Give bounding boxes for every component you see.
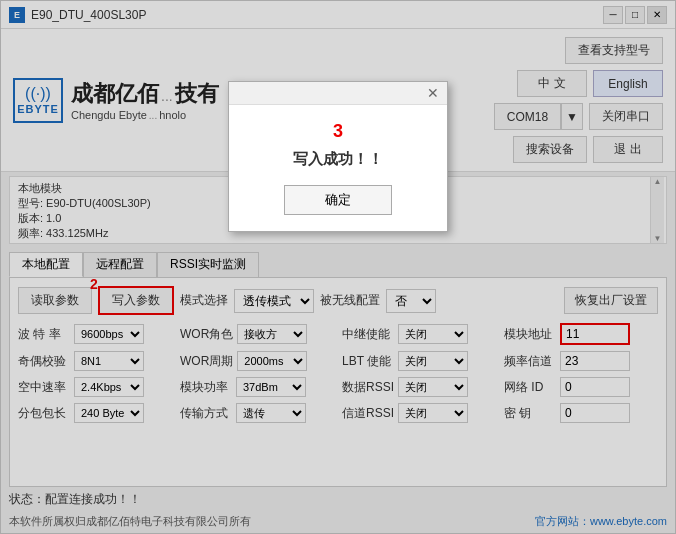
modal-message: 写入成功！！ — [249, 150, 427, 169]
modal-ok-button[interactable]: 确定 — [284, 185, 392, 215]
step3-badge: 3 — [249, 121, 427, 142]
success-modal: ✕ 3 写入成功！！ 确定 — [228, 81, 448, 232]
modal-overlay: ✕ 3 写入成功！！ 确定 — [1, 1, 675, 533]
modal-title-bar: ✕ — [229, 82, 447, 105]
modal-close-button[interactable]: ✕ — [427, 86, 439, 100]
modal-body: 3 写入成功！！ 确定 — [229, 105, 447, 231]
